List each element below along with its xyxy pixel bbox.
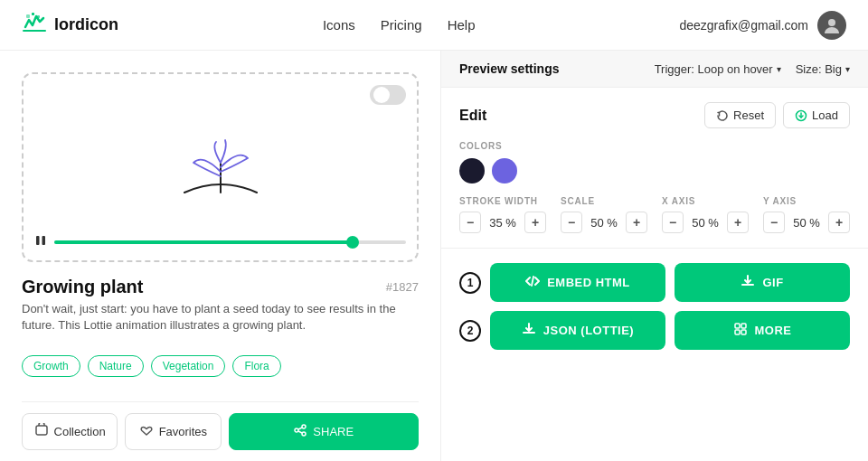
sliders-row: STROKE WIDTH − 35 % + SCALE − 50 % +: [459, 196, 850, 233]
edit-actions: Reset Load: [704, 102, 850, 128]
reset-button[interactable]: Reset: [704, 102, 776, 128]
x-axis-decrease[interactable]: −: [662, 212, 684, 233]
color-swatches: [459, 158, 850, 183]
tag-flora[interactable]: Flora: [232, 355, 280, 377]
share-icon: [293, 423, 307, 440]
load-label: Load: [812, 108, 838, 122]
more-label: MORE: [755, 324, 792, 337]
x-axis-value: 50 %: [689, 216, 722, 230]
download-section: 1 EMBED HTML: [441, 249, 868, 364]
share-button[interactable]: SHARE: [229, 413, 420, 450]
svg-rect-17: [735, 324, 740, 328]
progress-area: [24, 227, 417, 260]
svg-point-9: [302, 432, 306, 436]
svg-rect-1: [32, 13, 34, 15]
x-axis-group: X AXIS − 50 % +: [662, 196, 749, 233]
stroke-width-group: STROKE WIDTH − 35 % +: [459, 196, 546, 233]
main-nav: Icons Pricing Help: [323, 17, 476, 33]
json-lottie-label: JSON (LOTTIE): [543, 324, 634, 337]
bottom-actions: Collection Favorites: [22, 401, 419, 461]
collection-button[interactable]: Collection: [22, 413, 118, 450]
download-row-2: 2 JSON (LOTTIE): [459, 311, 850, 350]
colors-label: COLORS: [459, 141, 850, 151]
trigger-control[interactable]: Trigger: Loop on hover ▾: [655, 62, 781, 76]
toggle-circle: [373, 87, 390, 103]
svg-line-16: [532, 277, 533, 286]
gif-button[interactable]: GIF: [675, 263, 850, 302]
progress-thumb: [346, 236, 359, 249]
left-panel: Growing plant #1827 Don't wait, just sta…: [0, 51, 441, 461]
scale-value: 50 %: [588, 216, 620, 230]
svg-point-8: [302, 425, 306, 428]
user-avatar[interactable]: [817, 11, 846, 40]
step-1-badge: 1: [459, 272, 481, 294]
tag-nature[interactable]: Nature: [88, 355, 144, 377]
logo-icon: [22, 13, 47, 37]
edit-section: Edit Reset: [441, 88, 868, 249]
user-email: deezgrafix@gmail.com: [679, 18, 808, 33]
x-axis-label: X AXIS: [662, 196, 749, 206]
nav-pricing[interactable]: Pricing: [381, 17, 422, 33]
svg-rect-2: [37, 15, 40, 18]
y-axis-decrease[interactable]: −: [763, 212, 785, 233]
y-axis-control: − 50 % +: [763, 212, 850, 233]
svg-point-10: [295, 428, 298, 432]
svg-rect-19: [735, 330, 740, 334]
icon-title-row: Growing plant #1827: [22, 277, 419, 297]
icon-info: Growing plant #1827 Don't wait, just sta…: [22, 277, 419, 344]
download-row-1: 1 EMBED HTML: [459, 263, 850, 302]
tags-container: Growth Nature Vegetation Flora: [22, 355, 419, 377]
edit-header: Edit Reset: [459, 102, 850, 128]
step-2-badge: 2: [459, 320, 481, 342]
scale-label: SCALE: [561, 196, 647, 206]
settings-controls: Trigger: Loop on hover ▾ Size: Big ▾: [655, 62, 850, 76]
toggle-button[interactable]: [370, 85, 406, 105]
gif-label: GIF: [762, 276, 783, 289]
nav-icons[interactable]: Icons: [323, 17, 355, 33]
svg-rect-7: [36, 426, 47, 435]
svg-point-3: [828, 19, 835, 26]
scale-group: SCALE − 50 % +: [561, 196, 647, 233]
more-button[interactable]: MORE: [675, 311, 850, 350]
stroke-width-value: 35 %: [486, 216, 519, 230]
logo-text: lordicon: [54, 15, 118, 34]
icon-description: Don't wait, just start: you have to plan…: [22, 301, 419, 334]
header: lordicon Icons Pricing Help deezgrafix@g…: [0, 0, 868, 51]
collection-label: Collection: [54, 425, 106, 438]
plant-illustration: [166, 122, 275, 212]
embed-html-button[interactable]: EMBED HTML: [490, 263, 665, 302]
preview-settings-bar: Preview settings Trigger: Loop on hover …: [441, 51, 868, 88]
svg-rect-20: [741, 330, 746, 334]
progress-track[interactable]: [54, 240, 406, 244]
load-button[interactable]: Load: [783, 102, 850, 128]
scale-decrease[interactable]: −: [561, 212, 582, 233]
pause-icon[interactable]: [34, 234, 47, 249]
favorites-button[interactable]: Favorites: [125, 413, 221, 450]
tag-vegetation[interactable]: Vegetation: [151, 355, 226, 377]
color-dark-swatch[interactable]: [459, 158, 485, 183]
nav-help[interactable]: Help: [448, 17, 476, 33]
svg-line-11: [298, 428, 302, 429]
main-content: Growing plant #1827 Don't wait, just sta…: [0, 51, 868, 461]
svg-line-12: [298, 431, 302, 433]
y-axis-value: 50 %: [790, 216, 823, 230]
code-icon: [525, 274, 540, 291]
progress-fill: [54, 240, 354, 244]
json-lottie-button[interactable]: JSON (LOTTIE): [490, 311, 665, 350]
size-control[interactable]: Size: Big ▾: [796, 62, 850, 76]
stroke-width-decrease[interactable]: −: [459, 212, 481, 233]
color-purple-swatch[interactable]: [492, 158, 517, 183]
y-axis-increase[interactable]: +: [828, 212, 850, 233]
share-label: SHARE: [313, 425, 354, 438]
x-axis-control: − 50 % +: [662, 212, 749, 233]
gif-download-icon: [741, 274, 755, 291]
y-axis-group: Y AXIS − 50 % +: [763, 196, 850, 233]
svg-rect-6: [42, 236, 46, 245]
x-axis-increase[interactable]: +: [727, 212, 749, 233]
reset-label: Reset: [733, 108, 764, 122]
scale-increase[interactable]: +: [626, 212, 647, 233]
embed-html-label: EMBED HTML: [547, 276, 630, 289]
icon-title: Growing plant: [22, 277, 143, 297]
stroke-width-increase[interactable]: +: [524, 212, 546, 233]
tag-growth[interactable]: Growth: [22, 355, 80, 377]
